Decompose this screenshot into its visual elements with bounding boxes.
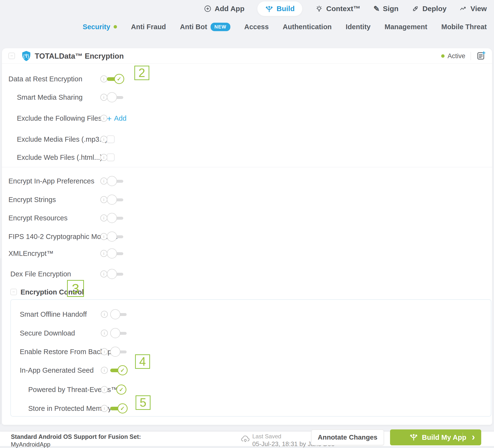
row-smart-media-sharing: Smart Media Sharing i (2, 88, 492, 106)
row-label: XMLEncrypt™ (8, 250, 54, 257)
info-icon[interactable]: i (100, 233, 107, 240)
totaldata-shield-icon: {} (21, 50, 32, 63)
encryption-control-section: Smart Offline Handoff i Secure Download … (10, 299, 491, 417)
nav-label: Add App (215, 5, 245, 13)
tab-identity[interactable]: Identity (346, 23, 370, 31)
info-icon[interactable]: i (101, 405, 108, 412)
row-label: Exclude Media Files (.mp3...) (17, 135, 108, 143)
build-fork-icon (265, 5, 273, 13)
toggle-store-in-protected-memory[interactable]: ✓ (110, 403, 128, 413)
section-divider (2, 167, 492, 167)
row-exclude-web-files: Exclude Web Files (.html...) i (2, 148, 492, 166)
tab-anti-fraud[interactable]: Anti Fraud (131, 23, 166, 31)
tab-label: Anti Fraud (131, 23, 166, 31)
annotate-changes-label: Annotate Changes (318, 434, 377, 441)
toggle-secure-download[interactable] (110, 328, 128, 338)
toggle-data-at-rest-encryption[interactable]: ✓ (107, 74, 124, 84)
category-nav: Security Anti Fraud Anti Bot NEW Access … (83, 20, 487, 34)
build-fork-icon (409, 433, 418, 442)
sub-card-edge (0, 258, 1, 424)
row-label: Dex File Encryption (10, 270, 71, 278)
tab-authentication[interactable]: Authentication (283, 23, 332, 31)
info-icon[interactable]: i (100, 215, 107, 222)
nav-build[interactable]: Build (257, 1, 302, 16)
info-icon[interactable]: i (100, 94, 107, 101)
svg-text:{: { (23, 53, 25, 59)
step-marker-3: 3 (67, 280, 84, 297)
toggle-encrypt-resources[interactable] (107, 213, 124, 223)
panel-header: − {} TOTALData™ Encryption Active (2, 48, 492, 64)
checkbox-exclude-web-files[interactable] (107, 154, 115, 161)
step-marker-4: 4 (135, 354, 150, 369)
tab-access[interactable]: Access (244, 23, 269, 31)
toggle-smart-offline-handoff[interactable] (110, 309, 128, 319)
nav-context[interactable]: Context™ (315, 5, 360, 13)
add-excluded-file-button[interactable]: +Add (107, 115, 126, 122)
collapse-encryption-control-button[interactable]: − (10, 289, 17, 295)
nav-add-app[interactable]: Add App (204, 5, 245, 13)
fusion-set-info: Standard Android OS Support for Fusion S… (11, 433, 141, 448)
row-label: Encrypt Resources (8, 214, 68, 222)
row-label: Secure Download (20, 329, 75, 337)
add-note-icon[interactable] (476, 51, 486, 61)
info-icon[interactable]: i (101, 311, 108, 318)
row-encrypt-strings: Encrypt Strings i (2, 191, 492, 209)
build-my-app-button[interactable]: Build My App › (390, 429, 481, 445)
row-label: Store in Protected Memory (28, 405, 111, 412)
info-icon[interactable]: i (101, 348, 108, 355)
tab-label: Authentication (283, 23, 332, 31)
info-icon[interactable]: i (100, 270, 107, 278)
info-icon[interactable]: i (101, 386, 108, 393)
row-store-in-protected-memory: Store in Protected Memory i ✓ (11, 399, 491, 418)
tab-management[interactable]: Management (384, 23, 427, 31)
info-icon[interactable]: i (101, 367, 108, 374)
new-badge: NEW (210, 23, 230, 31)
fusion-set-name: MyAndroidApp (11, 441, 141, 448)
lightbulb-icon (315, 5, 323, 13)
row-powered-by-threat-events: Powered by Threat-Events™ i ✓ (11, 380, 491, 399)
plus-icon: + (107, 115, 112, 122)
pen-icon: ✎ (373, 4, 380, 13)
nav-label: Context™ (326, 5, 360, 13)
row-label: Exclude Web Files (.html...) (17, 154, 102, 162)
check-powered-by-threat-events[interactable]: ✓ (116, 384, 126, 395)
nav-label: Build (276, 5, 295, 13)
toggle-smart-media-sharing[interactable] (107, 92, 124, 102)
nav-label: Sign (383, 5, 398, 13)
toggle-fips-modules[interactable] (107, 231, 124, 242)
nav-view[interactable]: View (459, 5, 487, 13)
step-marker-5: 5 (136, 395, 150, 410)
checkbox-exclude-media-files[interactable] (107, 135, 115, 143)
toggle-enable-restore-from-backup[interactable] (110, 347, 128, 357)
annotate-changes-button[interactable]: Annotate Changes (311, 429, 384, 445)
toggle-dex-file-encryption[interactable] (107, 269, 124, 279)
info-icon[interactable]: i (100, 196, 107, 203)
chevron-right-icon[interactable]: › (472, 432, 475, 442)
toggle-xmlencrypt[interactable] (107, 248, 124, 258)
toggle-in-app-generated-seed[interactable]: ✓ (110, 365, 128, 375)
nav-deploy[interactable]: Deploy (411, 5, 446, 13)
info-icon[interactable]: i (100, 250, 107, 257)
tab-mobile-threat[interactable]: Mobile Threat (441, 23, 487, 31)
row-secure-download: Secure Download i (11, 324, 491, 342)
info-icon[interactable]: i (100, 136, 107, 143)
info-icon[interactable]: i (100, 115, 107, 122)
info-icon[interactable]: i (100, 76, 107, 83)
toggle-check: ✓ (117, 365, 128, 375)
row-label: Encrypt Strings (8, 196, 56, 204)
toggle-encrypt-strings[interactable] (107, 194, 124, 205)
nav-sign[interactable]: ✎ Sign (373, 4, 398, 13)
row-exclude-following-files: Exclude the Following Files i +Add (2, 109, 492, 128)
info-icon[interactable]: i (100, 178, 107, 185)
row-label: Smart Offline Handoff (20, 310, 87, 318)
info-icon[interactable]: i (101, 330, 108, 337)
toggle-encrypt-in-app-preferences[interactable] (107, 176, 124, 186)
row-encrypt-in-app-preferences: Encrypt In-App Preferences i (2, 172, 492, 190)
row-exclude-media-files: Exclude Media Files (.mp3...) i (2, 130, 492, 148)
info-icon[interactable]: i (100, 154, 107, 161)
tab-security[interactable]: Security (83, 23, 117, 31)
tab-anti-bot[interactable]: Anti Bot NEW (180, 23, 230, 31)
nav-label: View (470, 5, 487, 13)
collapse-panel-button[interactable]: − (8, 53, 15, 59)
tab-label: Mobile Threat (441, 23, 487, 31)
